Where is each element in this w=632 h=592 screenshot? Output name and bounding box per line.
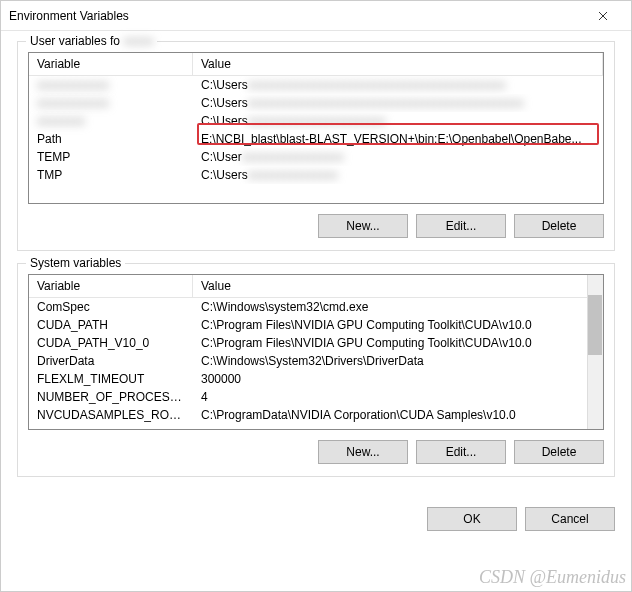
env-vars-dialog: Environment Variables User variables fo …: [0, 0, 632, 592]
table-row[interactable]: TMPC:\Usersxxxxxxxxxxxxxxx: [29, 166, 603, 184]
dialog-footer: OK Cancel: [1, 499, 631, 539]
user-vars-legend: User variables fo xxxxx: [26, 34, 157, 48]
table-row[interactable]: ComSpecC:\Windows\system32\cmd.exe: [29, 298, 603, 316]
table-row[interactable]: FLEXLM_TIMEOUT300000: [29, 370, 603, 388]
user-new-button[interactable]: New...: [318, 214, 408, 238]
table-header: Variable Value: [29, 275, 603, 298]
close-button[interactable]: [583, 1, 623, 31]
path-variable: Path: [29, 130, 193, 148]
system-vars-table[interactable]: Variable Value ComSpecC:\Windows\system3…: [28, 274, 604, 430]
user-vars-table[interactable]: Variable Value xxxxxxxxxxxxC:\Usersxxxxx…: [28, 52, 604, 204]
table-row[interactable]: PathE:\NCBI_blast\blast-BLAST_VERSION+\b…: [29, 130, 603, 148]
ok-button[interactable]: OK: [427, 507, 517, 531]
system-vars-legend: System variables: [26, 256, 125, 270]
system-edit-button[interactable]: Edit...: [416, 440, 506, 464]
system-variables-group: System variables Variable Value ComSpecC…: [17, 263, 615, 477]
table-row[interactable]: NVCUDASAMPLES_ROOTC:\ProgramData\NVIDIA …: [29, 406, 603, 424]
system-delete-button[interactable]: Delete: [514, 440, 604, 464]
table-row[interactable]: CUDA_PATH_V10_0C:\Program Files\NVIDIA G…: [29, 334, 603, 352]
user-delete-button[interactable]: Delete: [514, 214, 604, 238]
window-title: Environment Variables: [9, 9, 583, 23]
cancel-button[interactable]: Cancel: [525, 507, 615, 531]
col-value[interactable]: Value: [193, 53, 603, 75]
scrollbar[interactable]: [587, 275, 603, 429]
close-icon: [598, 11, 608, 21]
table-row[interactable]: xxxxxxxxC:\Usersxxxxxxxxxxxxxxxxxxxxxxx: [29, 112, 603, 130]
scroll-thumb[interactable]: [588, 295, 602, 355]
col-value[interactable]: Value: [193, 275, 603, 297]
titlebar: Environment Variables: [1, 1, 631, 31]
table-row[interactable]: xxxxxxxxxxxxC:\Usersxxxxxxxxxxxxxxxxxxxx…: [29, 76, 603, 94]
col-variable[interactable]: Variable: [29, 53, 193, 75]
table-row[interactable]: TEMPC:\Userxxxxxxxxxxxxxxxxx: [29, 148, 603, 166]
user-variables-group: User variables fo xxxxx Variable Value x…: [17, 41, 615, 251]
table-row[interactable]: DriverDataC:\Windows\System32\Drivers\Dr…: [29, 352, 603, 370]
table-row[interactable]: xxxxxxxxxxxxC:\Usersxxxxxxxxxxxxxxxxxxxx…: [29, 94, 603, 112]
col-variable[interactable]: Variable: [29, 275, 193, 297]
table-row[interactable]: NUMBER_OF_PROCESSORS4: [29, 388, 603, 406]
system-new-button[interactable]: New...: [318, 440, 408, 464]
table-row[interactable]: CUDA_PATHC:\Program Files\NVIDIA GPU Com…: [29, 316, 603, 334]
table-header: Variable Value: [29, 53, 603, 76]
path-value: E:\NCBI_blast\blast-BLAST_VERSION+\bin;E…: [193, 130, 603, 148]
user-edit-button[interactable]: Edit...: [416, 214, 506, 238]
